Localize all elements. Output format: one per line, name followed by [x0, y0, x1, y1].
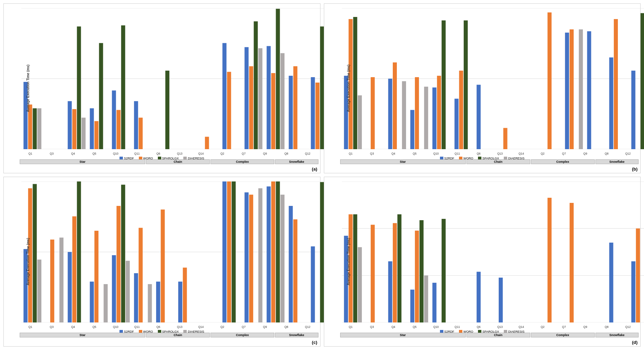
x-query-label: Q1 — [20, 325, 41, 329]
bar — [432, 283, 436, 322]
x-labels: Q1Q3Q4Q5Q10Q11Q6Q13Q14Q2Q7Q9Q8Q12 — [340, 152, 639, 155]
bar — [415, 231, 419, 322]
bar — [249, 195, 253, 322]
bar — [454, 99, 458, 149]
bar — [112, 90, 116, 149]
bar — [68, 252, 72, 323]
bar — [81, 118, 86, 149]
category-box: Complex — [531, 159, 595, 164]
x-query-label: Q4 — [62, 325, 84, 329]
x-query-label: Q5 — [404, 325, 425, 329]
bar — [271, 73, 275, 149]
bar — [353, 17, 357, 149]
x-query-label: Q3 — [41, 152, 62, 155]
bar — [161, 210, 165, 322]
x-labels: Q1Q3Q4Q5Q10Q11Q6Q13Q14Q2Q7Q9Q8Q12 — [340, 325, 639, 329]
category-boxes: StarChainComplexSnowflake — [20, 333, 318, 337]
bar — [165, 71, 169, 149]
bar — [311, 77, 315, 149]
bar — [388, 261, 392, 322]
main-container: Average Execution Time (ms)(a)1001,00010… — [0, 0, 644, 350]
bar — [254, 21, 258, 149]
bar — [266, 46, 271, 149]
x-query-label: Q1 — [20, 152, 41, 155]
bar — [424, 276, 428, 322]
x-query-label: Q3 — [361, 325, 383, 329]
x-query-label: Q13 — [169, 152, 190, 155]
bar — [280, 53, 284, 149]
x-query-label: Q4 — [383, 152, 404, 155]
bar — [94, 121, 98, 149]
bar — [289, 76, 293, 149]
bar — [99, 43, 103, 149]
x-query-label: Q10 — [425, 152, 447, 155]
bar — [402, 81, 406, 149]
bar — [121, 185, 125, 322]
x-query-label: Q14 — [190, 325, 212, 329]
bar — [441, 219, 445, 322]
x-query-label: Q8 — [596, 152, 617, 155]
category-boxes: StarChainComplexSnowflake — [20, 159, 318, 164]
bar — [609, 243, 613, 322]
bar — [547, 198, 551, 322]
bar — [578, 29, 583, 149]
category-box: Star — [340, 333, 466, 337]
bar — [94, 231, 98, 322]
bar — [276, 181, 280, 322]
bar — [609, 57, 613, 149]
chart-svg: 1001,00010,000100,000 — [342, 181, 644, 322]
x-query-label: Q8 — [596, 325, 617, 329]
y-axis-label: Average Execution Time (ms) — [26, 238, 30, 285]
bar — [293, 220, 297, 322]
bar — [631, 71, 635, 149]
x-query-label: Q14 — [511, 325, 532, 329]
bar — [280, 195, 284, 322]
bar — [37, 108, 41, 149]
bar — [357, 247, 362, 322]
x-query-label: Q2 — [532, 325, 553, 329]
bar — [72, 109, 76, 149]
x-query-label: Q12 — [617, 325, 639, 329]
bar — [104, 284, 108, 322]
bar — [498, 278, 502, 322]
category-box: Chain — [146, 159, 210, 164]
category-box: Snowflake — [595, 159, 639, 164]
bar — [33, 184, 37, 322]
bar — [441, 20, 445, 149]
bar — [227, 72, 231, 149]
bar — [437, 76, 441, 149]
x-query-label: Q12 — [297, 152, 318, 155]
bar — [419, 220, 423, 322]
bar — [569, 203, 573, 322]
x-query-label: Q1 — [340, 325, 362, 329]
bar — [116, 206, 121, 322]
bar — [116, 110, 121, 149]
bar — [244, 192, 249, 322]
chart-panel-d: Average Execution Time (ms)(d)1001,00010… — [324, 177, 641, 347]
x-query-label: Q8 — [276, 325, 297, 329]
bar — [289, 206, 293, 322]
bar — [232, 181, 236, 322]
category-box: Snowflake — [275, 333, 318, 337]
x-query-label: Q5 — [404, 152, 425, 155]
x-query-label: Q2 — [211, 152, 233, 155]
bar — [640, 13, 644, 149]
bar — [77, 27, 81, 149]
x-query-label: Q10 — [425, 325, 447, 329]
bar — [68, 101, 72, 149]
x-query-label: Q13 — [169, 325, 190, 329]
x-query-label: Q2 — [532, 152, 553, 155]
chart-label-d: (d) — [632, 340, 638, 345]
bar — [50, 240, 54, 322]
bar — [424, 87, 428, 149]
x-query-label: Q7 — [553, 325, 575, 329]
bar — [463, 20, 467, 149]
y-axis-label: Average Execution Time (ms) — [26, 65, 30, 112]
category-boxes: StarChainComplexSnowflake — [340, 333, 639, 337]
bar — [222, 181, 226, 322]
bar — [156, 282, 160, 322]
bar — [636, 228, 640, 322]
x-query-label: Q1 — [340, 152, 362, 155]
bar — [205, 137, 209, 149]
x-query-label: Q5 — [84, 325, 105, 329]
